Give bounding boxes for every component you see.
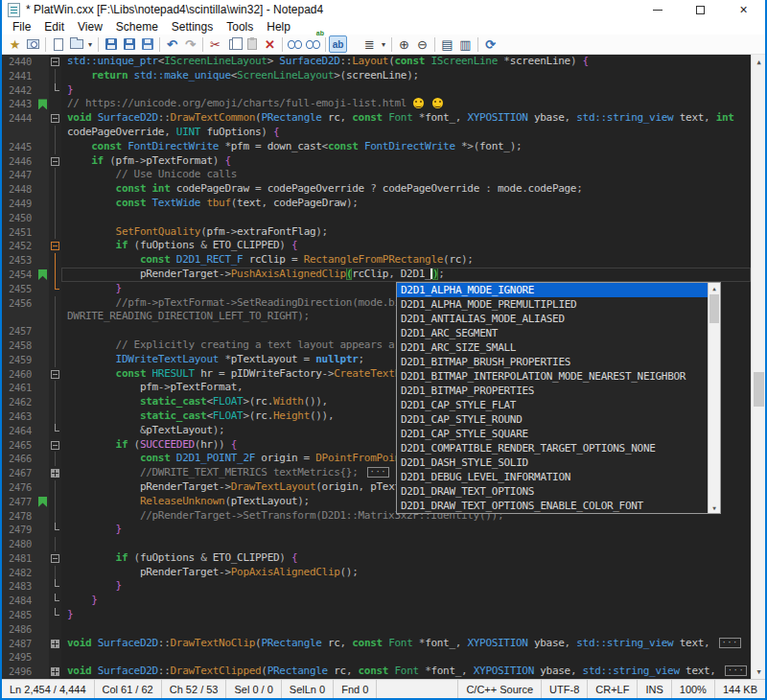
close-button[interactable]: × bbox=[722, 0, 765, 19]
menu-item-help[interactable]: Help bbox=[260, 20, 297, 34]
status-segment[interactable]: INS bbox=[637, 680, 670, 698]
autocomplete-item[interactable]: D2D1_DRAW_TEXT_OPTIONS bbox=[397, 484, 708, 499]
fold-margin[interactable] bbox=[49, 239, 61, 253]
scrollbar-thumb[interactable] bbox=[754, 372, 764, 407]
autocomplete-item[interactable]: D2D1_DASH_STYLE_SOLID bbox=[397, 455, 708, 470]
code-line[interactable]: 2487void SurfaceD2D::DrawTextNoClip(PRec… bbox=[2, 637, 751, 651]
favorites-star-icon[interactable]: ★ bbox=[6, 35, 24, 53]
code-line[interactable]: 2481 if (fuOptions & ETO_CLIPPED) { bbox=[2, 551, 751, 566]
fold-margin[interactable] bbox=[49, 622, 61, 637]
code-line[interactable]: 2446 if (pfm->pTextFormat) { bbox=[2, 154, 751, 169]
status-segment[interactable]: 100% bbox=[671, 680, 714, 698]
menu-item-edit[interactable]: Edit bbox=[37, 20, 71, 34]
fold-margin[interactable] bbox=[49, 579, 61, 594]
code-line[interactable]: 2443// https://unicode.org/emoji/charts/… bbox=[2, 97, 751, 111]
fold-margin[interactable] bbox=[49, 338, 61, 353]
scheme-select-icon[interactable]: ≣ bbox=[360, 35, 379, 53]
fold-marker-icon[interactable] bbox=[51, 58, 59, 66]
status-segment[interactable]: UTF-8 bbox=[541, 680, 587, 698]
fold-margin[interactable] bbox=[49, 637, 61, 651]
code-line[interactable]: 2441 return std::make_unique<ScreenLineL… bbox=[2, 69, 751, 83]
copy-icon[interactable] bbox=[224, 35, 243, 53]
fold-margin[interactable] bbox=[49, 296, 61, 311]
autocomplete-item[interactable]: D2D1_DRAW_TEXT_OPTIONS_ENABLE_COLOR_FONT bbox=[397, 499, 708, 513]
fold-marker-icon[interactable] bbox=[51, 554, 59, 563]
status-segment[interactable]: SelLn 0 bbox=[282, 680, 334, 698]
maximize-button[interactable] bbox=[679, 0, 722, 19]
view-schemes-icon[interactable]: ▤ bbox=[438, 35, 456, 53]
code-line[interactable]: 2480 bbox=[2, 537, 751, 551]
scroll-up-icon[interactable]: ▲ bbox=[709, 283, 720, 293]
code-line[interactable]: 2495 bbox=[2, 650, 751, 665]
scrollbar-thumb[interactable] bbox=[709, 294, 719, 323]
code-line[interactable]: 2453 const D2D1_RECT_F rcClip = Rectangl… bbox=[2, 253, 751, 268]
fold-marker-icon[interactable] bbox=[51, 469, 59, 478]
fold-marker-icon[interactable] bbox=[51, 370, 59, 379]
fold-margin[interactable] bbox=[49, 211, 61, 225]
minimize-button[interactable] bbox=[636, 0, 679, 19]
fold-margin[interactable] bbox=[49, 665, 61, 679]
autocomplete-item[interactable]: D2D1_ALPHA_MODE_PREMULTIPLIED bbox=[397, 297, 708, 312]
menu-item-view[interactable]: View bbox=[71, 20, 109, 34]
autocomplete-item[interactable]: D2D1_BITMAP_BRUSH_PROPERTIES bbox=[397, 355, 708, 369]
fold-marker-icon[interactable] bbox=[51, 114, 59, 123]
editor-vscrollbar[interactable]: ▲ ▼ bbox=[751, 55, 765, 679]
save-icon[interactable] bbox=[102, 35, 120, 53]
fold-margin[interactable] bbox=[49, 495, 61, 509]
fold-margin[interactable] bbox=[49, 310, 61, 324]
code-line[interactable]: codePageOverride, UINT fuOptions) { bbox=[2, 126, 751, 140]
autocomplete-item[interactable]: D2D1_CAP_STYLE_ROUND bbox=[397, 412, 708, 427]
favorites-browse-icon[interactable] bbox=[24, 35, 42, 53]
status-segment[interactable]: CR+LF bbox=[587, 680, 637, 698]
menu-item-tools[interactable]: Tools bbox=[220, 20, 260, 34]
zoom-in-icon[interactable]: ⊕ bbox=[395, 35, 413, 53]
fold-margin[interactable] bbox=[49, 111, 61, 126]
scroll-down-icon[interactable]: ▼ bbox=[709, 502, 720, 513]
fold-margin[interactable] bbox=[49, 594, 61, 608]
fold-margin[interactable] bbox=[49, 466, 61, 480]
code-line[interactable]: 2486 bbox=[2, 622, 751, 637]
scheme-dropdown-icon[interactable]: ▾ bbox=[379, 35, 388, 53]
save-copy-icon[interactable] bbox=[138, 35, 156, 53]
status-segment[interactable]: Col 61 / 62 bbox=[95, 680, 162, 698]
status-segment[interactable]: Ln 2,454 / 4,444 bbox=[2, 680, 95, 698]
code-line[interactable]: 2454 pRenderTarget->PushAxisAlignedClip(… bbox=[2, 268, 751, 282]
autocomplete-item[interactable]: D2D1_CAP_STYLE_SQUARE bbox=[397, 427, 708, 441]
autocomplete-item[interactable]: D2D1_ALPHA_MODE_IGNORE bbox=[397, 283, 708, 297]
autocomplete-scrollbar[interactable]: ▲ ▼ bbox=[708, 283, 720, 513]
fold-margin[interactable] bbox=[49, 182, 61, 197]
code-line[interactable]: 2444void SurfaceD2D::DrawTextCommon(PRec… bbox=[2, 111, 751, 126]
fold-margin[interactable] bbox=[49, 97, 61, 111]
redo-icon[interactable]: ↷ bbox=[181, 35, 199, 53]
fold-margin[interactable] bbox=[49, 168, 61, 182]
code-line[interactable]: 2445 const FontDirectWrite *pfm = down_c… bbox=[2, 140, 751, 154]
menu-item-settings[interactable]: Settings bbox=[165, 20, 220, 34]
fold-margin[interactable] bbox=[49, 381, 61, 395]
fold-margin[interactable] bbox=[49, 480, 61, 495]
fold-margin[interactable] bbox=[49, 253, 61, 268]
exit-icon[interactable]: ⟳ bbox=[481, 35, 500, 53]
fold-marker-icon[interactable] bbox=[51, 667, 59, 676]
status-segment[interactable]: Fnd 0 bbox=[334, 680, 377, 698]
autocomplete-item[interactable]: D2D1_ARC_SIZE_SMALL bbox=[397, 340, 708, 355]
code-line[interactable]: 2484 } bbox=[2, 594, 751, 608]
fold-margin[interactable] bbox=[49, 140, 61, 154]
fold-margin[interactable] bbox=[49, 424, 61, 438]
undo-icon[interactable]: ↶ bbox=[163, 35, 181, 53]
fold-margin[interactable] bbox=[49, 566, 61, 580]
fold-margin[interactable] bbox=[49, 367, 61, 382]
autocomplete-item[interactable]: D2D1_CAP_STYLE_FLAT bbox=[397, 398, 708, 412]
code-line[interactable]: 2450 bbox=[2, 211, 751, 225]
status-segment[interactable]: 144 KB bbox=[714, 680, 765, 698]
fold-margin[interactable] bbox=[49, 126, 61, 140]
code-line[interactable]: 2442} bbox=[2, 83, 751, 98]
fold-margin[interactable] bbox=[49, 650, 61, 665]
fold-margin[interactable] bbox=[49, 452, 61, 466]
status-segment[interactable]: Sel 0 / 0 bbox=[226, 680, 281, 698]
fold-margin[interactable] bbox=[49, 509, 61, 524]
code-line[interactable]: 2479 } bbox=[2, 523, 751, 537]
code-line[interactable]: 2452 if (fuOptions & ETO_CLIPPED) { bbox=[2, 239, 751, 253]
save-as-icon[interactable] bbox=[120, 35, 138, 53]
paste-icon[interactable] bbox=[243, 35, 261, 53]
autocomplete-item[interactable]: D2D1_COMPATIBLE_RENDER_TARGET_OPTIONS_NO… bbox=[397, 441, 708, 455]
